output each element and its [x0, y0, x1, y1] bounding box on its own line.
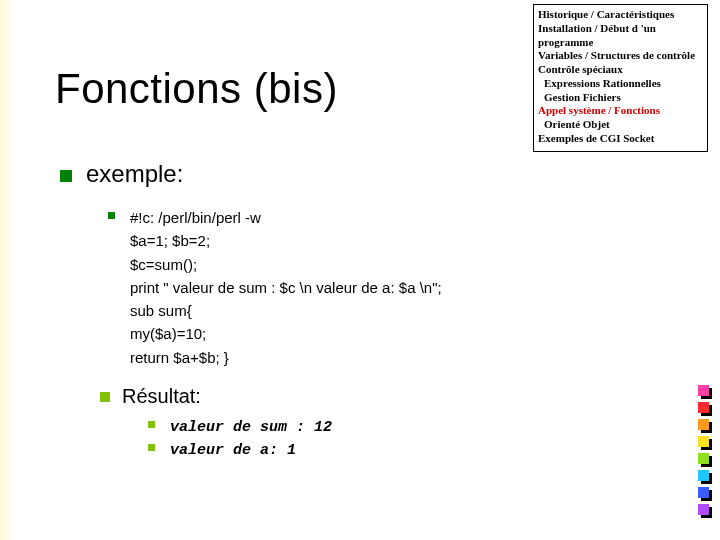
- menu-item: Expressions Rationnelles: [538, 77, 703, 91]
- output-text: valeur de sum : 12: [170, 419, 332, 436]
- output-line: valeur de sum : 12: [170, 416, 620, 439]
- deco-square-icon: [698, 436, 712, 450]
- slide-left-edge: [0, 0, 16, 540]
- code-line: my($a)=10;: [130, 322, 620, 345]
- slide-body: exemple: #!c: /perl/bin/perl -w $a=1; $b…: [60, 160, 620, 462]
- code-line: return $a+$b; }: [130, 346, 620, 369]
- menu-item: Exemples de CGI Socket: [538, 132, 703, 146]
- outline-menu: Historique / Caractéristiques Installati…: [533, 4, 708, 152]
- code-line: sub sum{: [130, 299, 620, 322]
- section-heading: exemple:: [86, 160, 183, 188]
- bullet-square-icon: [60, 170, 72, 182]
- bullet-square-icon: [148, 421, 155, 428]
- menu-item-current: Appel système / Fonctions: [538, 104, 703, 118]
- output-text: valeur de a: 1: [170, 442, 296, 459]
- bullet-level-2: Résultat:: [100, 385, 620, 408]
- slide-title: Fonctions (bis): [55, 65, 338, 113]
- code-line: #!c: /perl/bin/perl -w: [130, 206, 620, 229]
- deco-square-icon: [698, 402, 712, 416]
- deco-square-icon: [698, 470, 712, 484]
- menu-item: Historique / Caractéristiques: [538, 8, 703, 22]
- code-text: #!c: /perl/bin/perl -w: [130, 209, 261, 226]
- deco-square-icon: [698, 453, 712, 467]
- menu-item: Installation / Début d 'un programme: [538, 22, 703, 50]
- code-line: $a=1; $b=2;: [130, 229, 620, 252]
- code-line: print " valeur de sum : $c \n valeur de …: [130, 276, 620, 299]
- deco-square-icon: [698, 487, 712, 501]
- output-block: valeur de sum : 12 valeur de a: 1: [170, 416, 620, 463]
- deco-square-icon: [698, 385, 712, 399]
- deco-square-icon: [698, 504, 712, 518]
- code-block: #!c: /perl/bin/perl -w $a=1; $b=2; $c=su…: [130, 206, 620, 369]
- menu-item: Gestion Fichiers: [538, 91, 703, 105]
- bullet-square-icon: [108, 212, 115, 219]
- bullet-square-icon: [100, 392, 110, 402]
- corner-decoration: [698, 385, 712, 518]
- menu-item: Contrôle spéciaux: [538, 63, 703, 77]
- deco-square-icon: [698, 419, 712, 433]
- section-heading: Résultat:: [122, 385, 201, 408]
- output-line: valeur de a: 1: [170, 439, 620, 462]
- menu-item: Orienté Objet: [538, 118, 703, 132]
- bullet-level-1: exemple:: [60, 160, 620, 188]
- bullet-square-icon: [148, 444, 155, 451]
- menu-item: Variables / Structures de contrôle: [538, 49, 703, 63]
- code-line: $c=sum();: [130, 253, 620, 276]
